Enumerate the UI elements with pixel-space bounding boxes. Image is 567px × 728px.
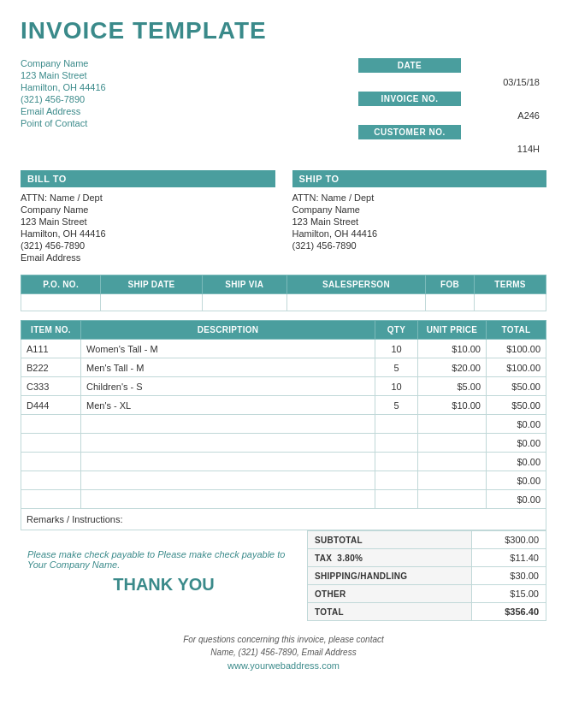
subtotal-row: SUBTOTAL $300.00 xyxy=(308,531,546,549)
subtotal-label: SUBTOTAL xyxy=(308,531,472,549)
tax-row: TAX 3.80% $11.40 xyxy=(308,549,546,567)
ship-to-address1: 123 Main Street xyxy=(292,216,547,227)
bill-to-address1: 123 Main Street xyxy=(21,216,275,227)
po-col-ship-date: SHIP DATE xyxy=(101,275,202,294)
item-no-0: A111 xyxy=(21,340,81,358)
item-price-2: $5.00 xyxy=(418,377,487,396)
item-no-5 xyxy=(21,434,81,453)
item-no-3: D444 xyxy=(21,396,81,415)
item-desc-8 xyxy=(81,490,375,509)
item-price-3: $10.00 xyxy=(418,396,487,415)
item-total-0: $100.00 xyxy=(487,340,546,358)
po-col-terms: TERMS xyxy=(475,275,546,294)
footer-contact: For questions concerning this invoice, p… xyxy=(21,635,546,671)
date-row: DATE xyxy=(358,58,546,73)
company-name: Company Name xyxy=(21,58,106,68)
items-row-8: $0.00 xyxy=(21,490,546,509)
item-price-6 xyxy=(418,453,487,471)
date-value-row: 03/15/18 xyxy=(358,74,546,90)
item-desc-5 xyxy=(81,434,375,453)
tax-rate: 3.80% xyxy=(337,553,363,563)
po-col-fob: FOB xyxy=(425,275,474,294)
other-row: OTHER $15.00 xyxy=(308,585,546,603)
item-qty-3: 5 xyxy=(375,396,418,415)
bill-to-header: BILL TO xyxy=(21,170,275,187)
company-address1: 123 Main Street xyxy=(21,70,106,80)
date-value: 03/15/18 xyxy=(358,74,546,90)
item-total-7: $0.00 xyxy=(487,471,546,490)
item-no-7 xyxy=(21,471,81,490)
bill-to-email: Email Address xyxy=(21,252,275,263)
ship-to-box: SHIP TO ATTN: Name / Dept Company Name 1… xyxy=(292,170,547,264)
ship-to-attn: ATTN: Name / Dept xyxy=(292,192,547,203)
item-no-1: B222 xyxy=(21,358,81,377)
po-val-salesperson xyxy=(287,294,426,311)
items-header-row: ITEM NO. DESCRIPTION QTY UNIT PRICE TOTA… xyxy=(21,321,546,340)
item-qty-6 xyxy=(375,453,418,471)
item-no-2: C333 xyxy=(21,377,81,396)
item-desc-6 xyxy=(81,453,375,471)
item-no-8 xyxy=(21,490,81,509)
shipping-row: SHIPPING/HANDLING $30.00 xyxy=(308,567,546,585)
item-total-5: $0.00 xyxy=(487,434,546,453)
totals-table: SUBTOTAL $300.00 TAX 3.80% $11.40 SHIPPI… xyxy=(307,530,546,621)
remarks-row: Remarks / Instructions: xyxy=(21,509,546,530)
address-section: BILL TO ATTN: Name / Dept Company Name 1… xyxy=(21,170,546,264)
company-phone: (321) 456-7890 xyxy=(21,94,106,104)
bottom-section: Please make check payable to Please make… xyxy=(21,530,546,621)
items-col-total: TOTAL xyxy=(487,321,546,340)
item-price-4 xyxy=(418,415,487,434)
po-val-ship-via xyxy=(202,294,287,311)
po-header-row: P.O. NO. SHIP DATE SHIP VIA SALESPERSON … xyxy=(21,275,546,294)
items-col-desc: DESCRIPTION xyxy=(81,321,375,340)
item-desc-2: Children's - S xyxy=(81,377,375,396)
po-col-po: P.O. NO. xyxy=(21,275,101,294)
item-price-0: $10.00 xyxy=(418,340,487,358)
item-desc-3: Men's - XL xyxy=(81,396,375,415)
po-col-ship-via: SHIP VIA xyxy=(202,275,287,294)
items-col-item: ITEM NO. xyxy=(21,321,81,340)
item-price-7 xyxy=(418,471,487,490)
total-value: $356.40 xyxy=(472,603,546,621)
item-price-1: $20.00 xyxy=(418,358,487,377)
contact-line2: Name, (321) 456-7890, Email Address xyxy=(21,648,546,657)
tax-value: $11.40 xyxy=(472,549,546,567)
customer-label: CUSTOMER NO. xyxy=(358,125,461,139)
item-desc-1: Men's Tall - M xyxy=(81,358,375,377)
po-table: P.O. NO. SHIP DATE SHIP VIA SALESPERSON … xyxy=(21,275,546,311)
item-qty-2: 10 xyxy=(375,377,418,396)
item-no-4 xyxy=(21,415,81,434)
company-email: Email Address xyxy=(21,106,106,116)
items-row-3: D444 Men's - XL 5 $10.00 $50.00 xyxy=(21,396,546,415)
thank-you: THANK YOU xyxy=(113,575,215,595)
item-desc-7 xyxy=(81,471,375,490)
customer-row: CUSTOMER NO. xyxy=(358,125,546,139)
item-desc-4 xyxy=(81,415,375,434)
item-desc-0: Women's Tall - M xyxy=(81,340,375,358)
website: www.yourwebaddress.com xyxy=(21,660,546,671)
company-info: Company Name 123 Main Street Hamilton, O… xyxy=(21,58,106,158)
shipping-label: SHIPPING/HANDLING xyxy=(308,567,472,585)
other-label: OTHER xyxy=(308,585,472,603)
payment-note: Please make check payable to Please make… xyxy=(27,549,300,570)
shipping-value: $30.00 xyxy=(472,567,546,585)
item-qty-7 xyxy=(375,471,418,490)
item-qty-1: 5 xyxy=(375,358,418,377)
customer-value: 114H xyxy=(358,141,546,157)
subtotal-value: $300.00 xyxy=(472,531,546,549)
total-label: TOTAL xyxy=(308,603,472,621)
contact-line1: For questions concerning this invoice, p… xyxy=(21,635,546,644)
bill-to-phone: (321) 456-7890 xyxy=(21,240,275,251)
company-contact: Point of Contact xyxy=(21,118,106,128)
bill-to-attn: ATTN: Name / Dept xyxy=(21,192,275,203)
invoice-label: INVOICE NO. xyxy=(358,92,461,106)
po-val-po xyxy=(21,294,101,311)
items-table: ITEM NO. DESCRIPTION QTY UNIT PRICE TOTA… xyxy=(21,320,546,530)
items-col-qty: QTY xyxy=(375,321,418,340)
invoice-value: A246 xyxy=(358,108,546,123)
items-row-7: $0.00 xyxy=(21,471,546,490)
other-value: $15.00 xyxy=(472,585,546,603)
item-total-2: $50.00 xyxy=(487,377,546,396)
invoice-value-row: A246 xyxy=(358,108,546,123)
item-qty-5 xyxy=(375,434,418,453)
